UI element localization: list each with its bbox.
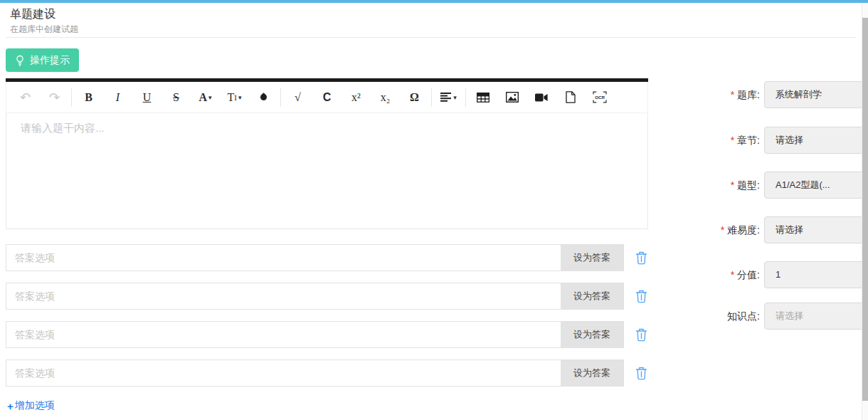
required-marker: * [731, 89, 734, 100]
editor-toolbar: ↶ ↷ B I U S A▾ TI▾ √ C x² x₂ Ω ▾ [6, 82, 648, 113]
question-type-select[interactable]: A1/A2型题(... [764, 172, 868, 199]
delete-option-button[interactable] [635, 251, 647, 265]
field-label: *题库: [662, 81, 760, 108]
answer-option-row: 设为答案 [6, 283, 653, 310]
top-accent-bar [0, 0, 868, 3]
field-label: 知识点: [662, 303, 760, 330]
question-stem-editor-area[interactable]: 请输入题干内容... [6, 113, 648, 229]
answer-option-row: 设为答案 [6, 359, 653, 387]
answer-option-input[interactable] [6, 360, 561, 386]
field-label: *章节: [662, 127, 760, 154]
delete-option-button[interactable] [635, 328, 647, 342]
toolbar-separator [431, 88, 432, 107]
answer-option-group: 设为答案 [6, 359, 624, 387]
difficulty-select[interactable]: 请选择 [764, 216, 868, 243]
toolbar-separator [465, 88, 466, 107]
answer-option-input[interactable] [6, 283, 561, 309]
redo-icon[interactable]: ↷ [40, 85, 69, 110]
chapter-select[interactable]: 请选择 [764, 127, 868, 154]
required-marker: * [721, 224, 724, 236]
file-icon[interactable] [556, 85, 585, 110]
rotate-icon[interactable]: C [312, 85, 342, 110]
video-icon[interactable] [526, 85, 556, 110]
strikethrough-icon[interactable]: S [162, 85, 191, 110]
answer-option-input[interactable] [6, 245, 561, 271]
question-bank-select[interactable]: 系统解剖学 [764, 81, 868, 108]
italic-icon[interactable]: I [103, 85, 132, 110]
editor-placeholder: 请输入题干内容... [21, 122, 633, 135]
field-label: *题型: [662, 172, 760, 199]
delete-option-button[interactable] [635, 290, 647, 303]
page-subtitle: 在题库中创建试题 [10, 23, 78, 36]
underline-icon[interactable]: U [132, 85, 162, 110]
answer-option-input[interactable] [6, 322, 561, 347]
set-answer-button[interactable]: 设为答案 [561, 360, 623, 386]
svg-text:OCR: OCR [595, 95, 605, 100]
field-label: *分值: [662, 261, 760, 288]
page-title: 单题建设 [10, 7, 55, 22]
answer-option-group: 设为答案 [6, 244, 624, 271]
field-label: *难易度: [662, 216, 760, 243]
superscript-icon[interactable]: x² [342, 85, 371, 110]
ocr-icon[interactable]: OCR [585, 85, 614, 110]
table-icon[interactable] [468, 85, 497, 110]
operation-tips-label: 操作提示 [30, 54, 70, 67]
font-color-icon[interactable]: A▾ [191, 85, 220, 110]
answer-option-group: 设为答案 [6, 283, 624, 310]
knowledge-point-select[interactable]: 请选择 [764, 303, 868, 330]
align-lines-icon [440, 93, 452, 102]
answer-option-row: 设为答案 [6, 244, 653, 271]
trash-icon [635, 328, 647, 342]
answer-option-group: 设为答案 [6, 321, 624, 348]
image-icon[interactable] [497, 85, 526, 110]
special-character-icon[interactable]: Ω [400, 85, 429, 110]
set-answer-button[interactable]: 设为答案 [561, 322, 623, 347]
required-marker: * [731, 179, 734, 191]
add-option-link[interactable]: + 增加选项 [7, 399, 55, 412]
required-marker: * [731, 269, 734, 280]
header-divider [6, 37, 856, 38]
lightbulb-icon [15, 55, 25, 66]
answer-option-row: 设为答案 [6, 321, 653, 348]
operation-tips-button[interactable]: 操作提示 [6, 48, 79, 72]
add-option-label: 增加选项 [15, 399, 55, 412]
subscript-icon[interactable]: x₂ [371, 85, 400, 110]
chevron-down-icon: ▾ [453, 94, 457, 101]
question-editor: ↶ ↷ B I U S A▾ TI▾ √ C x² x₂ Ω ▾ [6, 78, 648, 229]
toolbar-separator [280, 88, 281, 107]
chevron-down-icon: ▾ [208, 94, 212, 101]
score-input[interactable]: 1 [764, 261, 868, 288]
align-icon[interactable]: ▾ [434, 85, 463, 110]
trash-icon [635, 367, 647, 380]
toolbar-separator [71, 88, 72, 107]
vertical-scrollbar-thumb[interactable] [862, 18, 868, 401]
chevron-down-icon: ▾ [238, 94, 242, 101]
plus-icon: + [7, 400, 14, 412]
set-answer-button[interactable]: 设为答案 [561, 245, 623, 271]
background-color-icon[interactable] [249, 85, 278, 110]
font-size-icon[interactable]: TI▾ [220, 85, 249, 110]
formula-icon[interactable]: √ [283, 85, 312, 110]
set-answer-button[interactable]: 设为答案 [561, 283, 623, 309]
bold-icon[interactable]: B [74, 85, 103, 110]
trash-icon [635, 290, 647, 303]
delete-option-button[interactable] [635, 367, 647, 380]
trash-icon [635, 251, 647, 265]
required-marker: * [731, 135, 734, 146]
undo-icon[interactable]: ↶ [11, 85, 40, 110]
